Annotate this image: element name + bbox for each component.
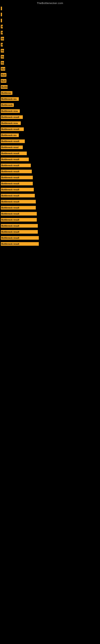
bar-row: Bottle [0,84,100,90]
bar-label: B [1,25,3,28]
bar-row: Bottleneck res [0,132,100,138]
bar-label: Bo [1,37,4,40]
bar-label: Bottleneck resul [1,146,23,149]
site-title: TheBottlenecker.com [0,0,100,6]
bar-row: Bottleneck result [0,217,100,223]
bar-label: Bottleneck result [1,206,36,210]
bar-row: Bot [0,66,100,72]
bar-label: Bottleneck result [1,170,32,173]
bar-label: B [1,43,3,46]
bar-label: B [1,31,3,34]
bar-label: Bottleneck result [1,140,25,143]
bar-row: Bottleneck result [0,162,100,168]
bar-label: Bo [1,49,4,52]
bar-label: Bottleneck result [1,182,33,185]
bar-label: Bottlenec [1,91,12,95]
bar-label: Bottleneck result [1,164,31,167]
bar-row: Bottleneck result [0,114,100,120]
bar-label: Bottleneck resu [1,121,21,125]
bar-row: Bottleneck result [0,174,100,180]
bar-row: Bottleneck result [0,235,100,241]
bar-row [0,18,100,24]
bar-label: Bottleneck res [1,97,19,101]
bar-row [0,6,100,12]
bar-row: Bott [0,72,100,78]
bar-label: Bott [1,79,6,83]
bar-label: Bottleneck result [1,218,37,222]
bar-row: Bottleneck res [0,96,100,102]
bar-row: Bo [0,54,100,60]
bar-row: Bo [0,48,100,54]
bar-label: Bottleneck result [1,200,36,204]
bar-row: Bottleneck resu [0,108,100,114]
bar-label: Bottleneck result [1,115,23,119]
bar-row: Bottleneck result [0,211,100,217]
bar-row: Bottleneck result [0,205,100,211]
bar-label: Bottleneck res [1,134,19,137]
bar-row: Bo [0,36,100,42]
bar-label: Bottleneck result [1,224,38,228]
bar-label: Bottleneck result [1,242,39,246]
bar-label [1,7,2,10]
bar-label: Bottleneck result [1,236,39,240]
bar-label [1,13,2,16]
bar-row: Bottleneck [0,102,100,108]
bar-label: Bo [1,61,4,64]
bar-label: Bo [1,55,4,58]
bar-row: Bottleneck resul [0,144,100,150]
bar-row: Bottleneck result [0,229,100,235]
bar-label: Bottleneck result [1,152,27,155]
bar-label: Bottleneck result [1,230,38,234]
bar-label: Bottleneck [1,103,14,107]
bar-label: Bott [1,73,6,77]
bar-row: Bottlenec [0,90,100,96]
bar-row: Bottleneck result [0,199,100,205]
bar-row: Bottleneck resu [0,120,100,126]
bar-label: Bottle [1,85,8,89]
bar-row: B [0,24,100,30]
bar-row: Bott [0,78,100,84]
bar-row: B [0,30,100,36]
bar-row: Bottleneck result [0,126,100,132]
bar-label: Bottleneck result [1,212,37,216]
bar-row: Bottleneck result [0,138,100,144]
bar-row: Bottleneck result [0,150,100,156]
bar-row: B [0,42,100,48]
bar-row: Bottleneck result [0,192,100,199]
bar-row: Bottleneck result [0,223,100,229]
bar-row: Bo [0,60,100,66]
bar-label: Bottleneck result [1,158,29,161]
bar-label: Bottleneck result [1,194,35,198]
bar-row: Bottleneck result [0,168,100,174]
bar-label: Bottleneck result [1,188,34,192]
bar-label [1,19,2,22]
bar-row: Bottleneck result [0,156,100,162]
bar-label: Bottleneck result [1,176,33,179]
bars-container: BBBoBBoBoBoBotBottBottBottleBottlenecBot… [0,6,100,247]
bar-row [0,12,100,18]
bar-label: Bottleneck resu [1,109,20,113]
bar-label: Bot [1,67,5,71]
bar-row: Bottleneck result [0,186,100,192]
bar-label: Bottleneck result [1,128,24,131]
bar-row: Bottleneck result [0,241,100,247]
bar-row: Bottleneck result [0,180,100,186]
